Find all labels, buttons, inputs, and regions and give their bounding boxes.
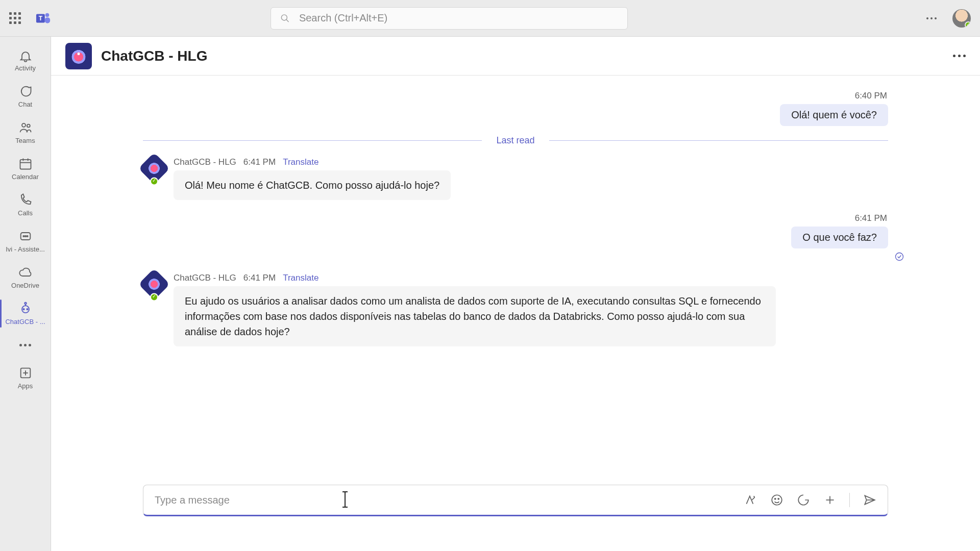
chat-title: ChatGCB - HLG bbox=[101, 48, 207, 64]
svg-point-15 bbox=[27, 236, 28, 237]
svg-rect-3 bbox=[45, 17, 50, 23]
rail-chat[interactable]: Chat bbox=[0, 78, 51, 114]
svg-point-26 bbox=[775, 498, 776, 499]
sent-message: 6:40 PM Olá! quem é você? bbox=[143, 91, 888, 126]
translate-link[interactable]: Translate bbox=[283, 157, 318, 167]
global-search[interactable] bbox=[271, 7, 628, 30]
message-time: 6:41 PM bbox=[243, 273, 276, 283]
bot-message-avatar[interactable] bbox=[138, 153, 170, 184]
message-bubble[interactable]: O que você faz? bbox=[791, 227, 888, 248]
send-button[interactable] bbox=[862, 493, 876, 507]
presence-available-icon bbox=[150, 293, 158, 301]
rail-apps-label: Apps bbox=[18, 382, 33, 390]
message-bubble[interactable]: Eu ajudo os usuários a analisar dados co… bbox=[174, 286, 776, 346]
separator bbox=[849, 493, 850, 507]
last-read-label: Last read bbox=[482, 135, 549, 146]
rail-calendar-label: Calendar bbox=[12, 173, 39, 181]
rail-calendar[interactable]: Calendar bbox=[0, 151, 51, 187]
svg-rect-8 bbox=[20, 160, 31, 169]
rail-chat-label: Chat bbox=[18, 101, 32, 108]
message-time: 6:40 PM bbox=[855, 91, 887, 101]
message-composer[interactable] bbox=[143, 485, 888, 516]
sent-message: 6:41 PM O que você faz? bbox=[143, 213, 888, 264]
chat-header-more-icon[interactable] bbox=[953, 55, 966, 57]
rail-apps[interactable]: Apps bbox=[0, 360, 51, 396]
svg-point-25 bbox=[772, 495, 782, 505]
people-icon bbox=[18, 120, 33, 135]
svg-point-14 bbox=[24, 236, 26, 237]
svg-text:T: T bbox=[39, 14, 43, 21]
title-bar: T bbox=[0, 0, 980, 37]
message-time: 6:41 PM bbox=[243, 157, 276, 167]
search-icon bbox=[280, 13, 290, 23]
svg-point-13 bbox=[23, 236, 24, 237]
rail-activity[interactable]: Activity bbox=[0, 42, 51, 78]
bot-chat-icon bbox=[18, 229, 33, 243]
message-bubble[interactable]: Olá! Meu nome é ChatGCB. Como posso ajud… bbox=[174, 170, 451, 200]
bot-header-avatar[interactable] bbox=[65, 43, 92, 69]
message-bubble[interactable]: Olá! quem é você? bbox=[780, 104, 888, 126]
rail-onedrive[interactable]: OneDrive bbox=[0, 259, 51, 295]
rail-chatgcb[interactable]: ChatGCB - ... bbox=[0, 295, 51, 332]
svg-point-19 bbox=[23, 309, 24, 310]
svg-point-18 bbox=[24, 303, 27, 305]
svg-point-4 bbox=[281, 14, 287, 20]
message-list: 6:40 PM Olá! quem é você? Last read Chat… bbox=[51, 76, 980, 485]
loop-icon[interactable] bbox=[796, 493, 811, 507]
svg-point-20 bbox=[27, 309, 28, 310]
last-read-divider: Last read bbox=[143, 135, 888, 146]
chat-header: ChatGCB - HLG bbox=[51, 37, 980, 76]
rail-more-icon[interactable] bbox=[19, 335, 31, 356]
rail-calls[interactable]: Calls bbox=[0, 187, 51, 223]
app-launcher-icon[interactable] bbox=[9, 12, 21, 24]
rail-teams[interactable]: Teams bbox=[0, 114, 51, 151]
settings-more-icon[interactable] bbox=[925, 17, 938, 19]
search-input[interactable] bbox=[299, 12, 618, 24]
svg-point-27 bbox=[778, 498, 779, 499]
composer-input[interactable] bbox=[155, 494, 734, 506]
svg-point-2 bbox=[45, 13, 50, 17]
bell-icon bbox=[18, 48, 33, 62]
rail-ivi[interactable]: Ivi - Assiste... bbox=[0, 223, 51, 259]
bot-app-icon bbox=[18, 302, 33, 316]
rail-calls-label: Calls bbox=[18, 209, 33, 217]
presence-available-icon bbox=[965, 21, 971, 28]
teams-logo-icon: T bbox=[36, 11, 51, 26]
rail-ivi-label: Ivi - Assiste... bbox=[6, 245, 45, 253]
format-icon[interactable] bbox=[743, 493, 757, 507]
message-sender: ChatGCB - HLG bbox=[174, 157, 236, 167]
calendar-icon bbox=[18, 157, 33, 171]
svg-point-7 bbox=[27, 124, 30, 128]
svg-line-5 bbox=[286, 19, 289, 22]
phone-icon bbox=[18, 193, 33, 207]
rail-chatgcb-label: ChatGCB - ... bbox=[5, 318, 45, 325]
bot-message-avatar[interactable] bbox=[138, 268, 170, 300]
received-message: ChatGCB - HLG 6:41 PM Translate Eu ajudo… bbox=[143, 273, 888, 346]
actions-add-icon[interactable] bbox=[823, 493, 837, 507]
chat-icon bbox=[18, 84, 33, 98]
message-sender: ChatGCB - HLG bbox=[174, 273, 236, 283]
svg-point-6 bbox=[22, 123, 26, 127]
message-time: 6:41 PM bbox=[855, 213, 887, 223]
translate-link[interactable]: Translate bbox=[283, 273, 318, 283]
apps-add-icon bbox=[18, 366, 33, 380]
svg-point-24 bbox=[896, 253, 903, 261]
app-rail: Activity Chat Teams Calendar Calls Ivi -… bbox=[0, 37, 51, 551]
seen-status-icon bbox=[894, 252, 904, 264]
rail-teams-label: Teams bbox=[15, 137, 35, 144]
rail-onedrive-label: OneDrive bbox=[11, 282, 39, 289]
received-message: ChatGCB - HLG 6:41 PM Translate Olá! Meu… bbox=[143, 157, 888, 200]
cloud-icon bbox=[18, 265, 33, 280]
chat-pane: ChatGCB - HLG 6:40 PM Olá! quem é você? … bbox=[51, 37, 980, 551]
presence-available-icon bbox=[150, 177, 158, 185]
emoji-icon[interactable] bbox=[770, 493, 784, 507]
profile-avatar[interactable] bbox=[952, 9, 971, 28]
rail-activity-label: Activity bbox=[15, 64, 36, 72]
